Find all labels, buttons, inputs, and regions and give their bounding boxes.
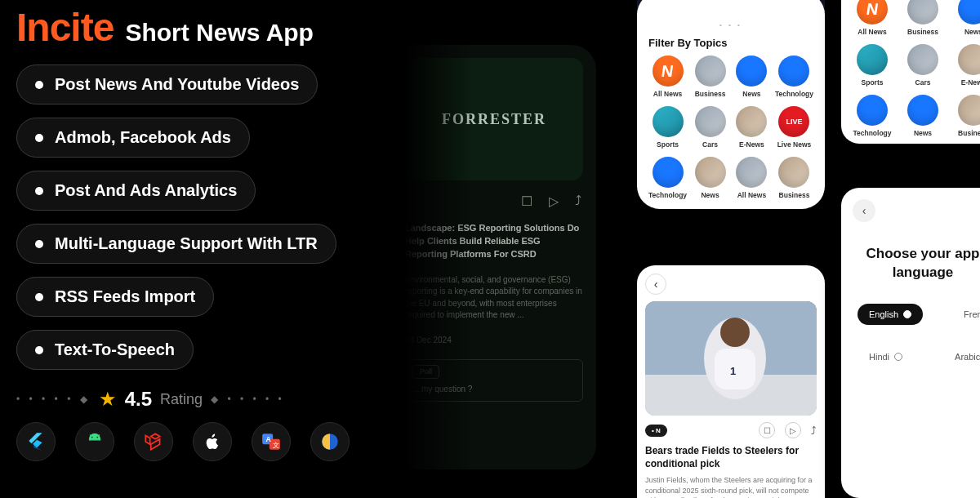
- topic-live-news[interactable]: LIVELive News: [775, 106, 813, 149]
- dark-body: Environmental, social, and governance (E…: [405, 274, 583, 322]
- svg-text:1: 1: [730, 365, 736, 377]
- carousel-dots: • • •: [648, 21, 813, 29]
- decorative-dots: • • • • • ◆: [16, 394, 91, 405]
- topic-cars[interactable]: Cars: [900, 44, 946, 87]
- android-icon: [75, 422, 114, 461]
- topic-technology[interactable]: Technology: [775, 56, 813, 98]
- topic-news[interactable]: News: [733, 56, 770, 98]
- news-card-body: Justin Fields, whom the Steelers are acq…: [645, 475, 817, 498]
- feature-list: Post News And Youtube Videos Admob, Face…: [16, 64, 408, 370]
- back-button[interactable]: ‹: [853, 199, 875, 222]
- topic-enews[interactable]: E-News: [951, 44, 980, 87]
- topic-business[interactable]: Business: [692, 56, 728, 98]
- svg-text:A: A: [266, 435, 272, 443]
- language-option-english[interactable]: English: [858, 304, 923, 325]
- topic-technology[interactable]: Technology: [648, 157, 687, 199]
- dark-date: 23 Dec 2024: [405, 335, 583, 347]
- feature-pill: Post News And Youtube Videos: [16, 64, 318, 104]
- translate-icon: A文: [252, 422, 291, 461]
- dark-hero: FORRESTER: [405, 58, 583, 180]
- feature-pill: Multi-Language Support With LTR: [16, 224, 336, 264]
- feature-pill: RSS Feeds Import: [16, 277, 214, 317]
- language-option-arabic[interactable]: Arabic: [943, 346, 980, 367]
- laravel-icon: [134, 422, 173, 461]
- rating-label: Rating: [160, 391, 203, 408]
- feature-pill: Text-To-Speech: [16, 330, 194, 370]
- rating-value: 4.5: [125, 388, 152, 411]
- dark-headline: Landscape: ESG Reporting Solutions Do He…: [405, 222, 583, 261]
- svg-text:文: 文: [273, 442, 279, 449]
- play-icon[interactable]: ▷: [785, 422, 801, 438]
- language-option-hindi[interactable]: Hindi: [858, 346, 914, 367]
- language-title: Choose your app language: [853, 245, 980, 282]
- topic-all-news[interactable]: NAll News: [849, 0, 895, 36]
- decorative-dots: ◆ • • • • •: [211, 394, 285, 405]
- feature-pill: Admob, Facebook Ads: [16, 118, 250, 158]
- topic-enews[interactable]: E-News: [733, 106, 770, 149]
- svg-point-0: [91, 437, 93, 438]
- language-option-french[interactable]: French: [952, 304, 980, 325]
- topic-sports[interactable]: Sports: [648, 106, 687, 149]
- topic-sports[interactable]: Sports: [849, 44, 895, 87]
- share-icon[interactable]: ⤴: [575, 193, 581, 209]
- brand-name: Incite: [16, 5, 114, 50]
- phone-mock-discover-peek: NAll News Business News Sports Cars E-Ne…: [841, 0, 980, 144]
- phone-mock-news-card: ‹ 1 • N ☐ ▷ ⤴ Bears trade Fields to Stee…: [637, 265, 825, 498]
- topic-news[interactable]: News: [692, 157, 728, 199]
- poll-question: ... my question ?: [412, 384, 576, 396]
- topic-cars[interactable]: Cars: [692, 106, 728, 149]
- theme-toggle-icon: [310, 422, 350, 461]
- svg-point-1: [96, 437, 98, 438]
- topic-technology[interactable]: Technology: [849, 95, 895, 137]
- topic-business[interactable]: Business: [775, 157, 813, 199]
- topic-news[interactable]: News: [900, 95, 946, 137]
- filter-by-topics-heading: Filter By Topics: [648, 37, 813, 49]
- share-icon[interactable]: ⤴: [811, 422, 817, 438]
- bookmark-icon[interactable]: ☐: [759, 422, 775, 438]
- news-tag[interactable]: • N: [645, 425, 667, 437]
- feature-pill: Post And Ads Analytics: [16, 171, 256, 211]
- news-card-title: Bears trade Fields to Steelers for condi…: [645, 445, 817, 470]
- app-subtitle: Short News App: [125, 19, 314, 47]
- svg-point-10: [720, 318, 750, 347]
- phone-mock-language: ‹ Choose your app language English Frenc…: [841, 188, 980, 498]
- topic-business[interactable]: Business: [951, 95, 980, 137]
- play-icon[interactable]: ▷: [549, 193, 559, 209]
- apple-icon: [193, 422, 232, 461]
- star-icon: ★: [99, 388, 117, 411]
- news-card-image: 1: [645, 301, 817, 416]
- back-button[interactable]: ‹: [645, 273, 666, 295]
- topic-news[interactable]: News: [951, 0, 980, 36]
- phone-mock-discover: • • • Filter By Topics NAll News Busines…: [637, 0, 825, 209]
- flutter-icon: [16, 422, 56, 461]
- phone-mock-dark-article: FORRESTER ☐ ▷ ⤴ Landscape: ESG Reporting…: [392, 45, 596, 469]
- poll-badge: Poll: [412, 365, 439, 379]
- topic-business[interactable]: Business: [900, 0, 946, 36]
- topic-all-news[interactable]: NAll News: [648, 56, 687, 98]
- bookmark-icon[interactable]: ☐: [521, 193, 532, 209]
- topic-all-news[interactable]: All News: [733, 157, 770, 199]
